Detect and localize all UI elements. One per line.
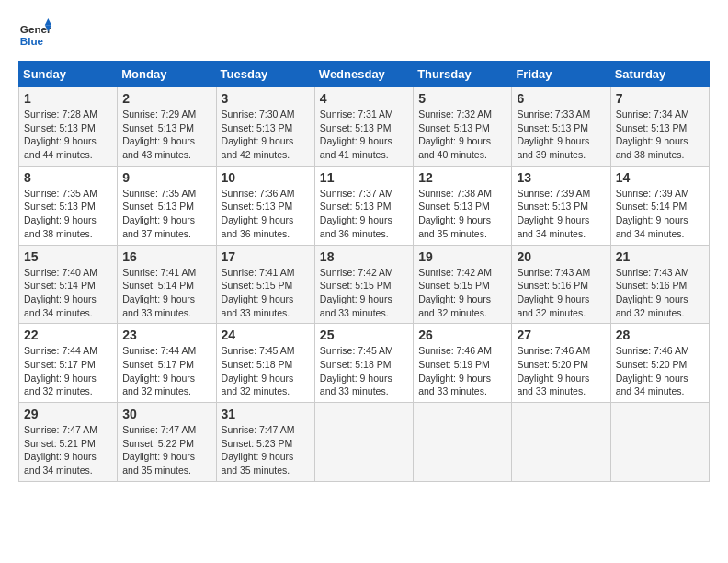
calendar-cell: 25 Sunrise: 7:45 AM Sunset: 5:18 PM Dayl…: [314, 324, 413, 403]
day-detail: Sunrise: 7:43 AM Sunset: 5:16 PM Dayligh…: [616, 266, 704, 320]
day-number: 12: [418, 170, 506, 185]
calendar-cell: 22 Sunrise: 7:44 AM Sunset: 5:17 PM Dayl…: [19, 324, 118, 403]
day-header-wednesday: Wednesday: [314, 62, 413, 87]
day-number: 17: [222, 249, 310, 264]
day-number: 11: [320, 170, 408, 185]
day-number: 7: [616, 91, 704, 106]
day-number: 9: [122, 170, 210, 185]
day-detail: Sunrise: 7:32 AM Sunset: 5:13 PM Dayligh…: [418, 108, 506, 162]
calendar-cell: [414, 403, 512, 482]
day-header-sunday: Sunday: [19, 62, 118, 87]
calendar-table: SundayMondayTuesdayWednesdayThursdayFrid…: [18, 61, 710, 482]
calendar-cell: 30 Sunrise: 7:47 AM Sunset: 5:22 PM Dayl…: [118, 403, 216, 482]
day-detail: Sunrise: 7:37 AM Sunset: 5:13 PM Dayligh…: [320, 187, 408, 241]
calendar-cell: 16 Sunrise: 7:41 AM Sunset: 5:14 PM Dayl…: [118, 245, 216, 324]
day-detail: Sunrise: 7:42 AM Sunset: 5:15 PM Dayligh…: [320, 266, 408, 320]
day-detail: Sunrise: 7:46 AM Sunset: 5:20 PM Dayligh…: [616, 344, 704, 398]
day-detail: Sunrise: 7:45 AM Sunset: 5:18 PM Dayligh…: [222, 344, 310, 398]
day-number: 24: [222, 327, 310, 342]
day-detail: Sunrise: 7:43 AM Sunset: 5:16 PM Dayligh…: [517, 266, 605, 320]
day-number: 6: [517, 91, 605, 106]
calendar-cell: 19 Sunrise: 7:42 AM Sunset: 5:15 PM Dayl…: [414, 245, 512, 324]
calendar-cell: 4 Sunrise: 7:31 AM Sunset: 5:13 PM Dayli…: [314, 87, 413, 167]
calendar-cell: 5 Sunrise: 7:32 AM Sunset: 5:13 PM Dayli…: [414, 87, 512, 167]
calendar-cell: [512, 403, 610, 482]
day-detail: Sunrise: 7:40 AM Sunset: 5:14 PM Dayligh…: [24, 266, 112, 320]
day-number: 22: [24, 327, 112, 342]
day-number: 20: [517, 249, 605, 264]
calendar-cell: 1 Sunrise: 7:28 AM Sunset: 5:13 PM Dayli…: [19, 87, 118, 167]
day-number: 5: [418, 91, 506, 106]
calendar-cell: 9 Sunrise: 7:35 AM Sunset: 5:13 PM Dayli…: [118, 166, 216, 245]
day-detail: Sunrise: 7:28 AM Sunset: 5:13 PM Dayligh…: [24, 108, 112, 162]
day-header-monday: Monday: [118, 62, 216, 87]
day-header-saturday: Saturday: [610, 62, 709, 87]
day-detail: Sunrise: 7:30 AM Sunset: 5:13 PM Dayligh…: [222, 108, 310, 162]
calendar-cell: 2 Sunrise: 7:29 AM Sunset: 5:13 PM Dayli…: [118, 87, 216, 167]
day-detail: Sunrise: 7:47 AM Sunset: 5:23 PM Dayligh…: [222, 423, 310, 477]
logo-icon: General Blue: [18, 18, 51, 52]
day-number: 25: [320, 327, 408, 342]
day-number: 15: [24, 249, 112, 264]
day-detail: Sunrise: 7:44 AM Sunset: 5:17 PM Dayligh…: [122, 344, 210, 398]
day-detail: Sunrise: 7:39 AM Sunset: 5:13 PM Dayligh…: [517, 187, 605, 241]
day-detail: Sunrise: 7:41 AM Sunset: 5:15 PM Dayligh…: [222, 266, 310, 320]
day-detail: Sunrise: 7:36 AM Sunset: 5:13 PM Dayligh…: [222, 187, 310, 241]
day-number: 19: [418, 249, 506, 264]
day-detail: Sunrise: 7:44 AM Sunset: 5:17 PM Dayligh…: [24, 344, 112, 398]
day-detail: Sunrise: 7:42 AM Sunset: 5:15 PM Dayligh…: [418, 266, 506, 320]
svg-marker-2: [45, 18, 51, 25]
day-number: 16: [122, 249, 210, 264]
day-number: 13: [517, 170, 605, 185]
svg-text:Blue: Blue: [20, 35, 44, 47]
day-detail: Sunrise: 7:41 AM Sunset: 5:14 PM Dayligh…: [122, 266, 210, 320]
day-number: 2: [122, 91, 210, 106]
calendar-cell: 24 Sunrise: 7:45 AM Sunset: 5:18 PM Dayl…: [216, 324, 314, 403]
logo: General Blue: [18, 18, 55, 52]
calendar-cell: 29 Sunrise: 7:47 AM Sunset: 5:21 PM Dayl…: [19, 403, 118, 482]
calendar-cell: 6 Sunrise: 7:33 AM Sunset: 5:13 PM Dayli…: [512, 87, 610, 167]
day-detail: Sunrise: 7:34 AM Sunset: 5:13 PM Dayligh…: [616, 108, 704, 162]
day-number: 23: [122, 327, 210, 342]
calendar-cell: [314, 403, 413, 482]
day-number: 21: [616, 249, 704, 264]
day-header-tuesday: Tuesday: [216, 62, 314, 87]
calendar-cell: 14 Sunrise: 7:39 AM Sunset: 5:14 PM Dayl…: [610, 166, 709, 245]
calendar-cell: 13 Sunrise: 7:39 AM Sunset: 5:13 PM Dayl…: [512, 166, 610, 245]
day-number: 1: [24, 91, 112, 106]
calendar-cell: 26 Sunrise: 7:46 AM Sunset: 5:19 PM Dayl…: [414, 324, 512, 403]
day-number: 26: [418, 327, 506, 342]
day-detail: Sunrise: 7:47 AM Sunset: 5:21 PM Dayligh…: [24, 423, 112, 477]
day-detail: Sunrise: 7:46 AM Sunset: 5:20 PM Dayligh…: [517, 344, 605, 398]
calendar-cell: 31 Sunrise: 7:47 AM Sunset: 5:23 PM Dayl…: [216, 403, 314, 482]
calendar-cell: 15 Sunrise: 7:40 AM Sunset: 5:14 PM Dayl…: [19, 245, 118, 324]
day-detail: Sunrise: 7:47 AM Sunset: 5:22 PM Dayligh…: [122, 423, 210, 477]
day-number: 28: [616, 327, 704, 342]
day-detail: Sunrise: 7:29 AM Sunset: 5:13 PM Dayligh…: [122, 108, 210, 162]
calendar-cell: [610, 403, 709, 482]
day-number: 14: [616, 170, 704, 185]
day-detail: Sunrise: 7:31 AM Sunset: 5:13 PM Dayligh…: [320, 108, 408, 162]
day-detail: Sunrise: 7:35 AM Sunset: 5:13 PM Dayligh…: [122, 187, 210, 241]
day-number: 27: [517, 327, 605, 342]
calendar-cell: 27 Sunrise: 7:46 AM Sunset: 5:20 PM Dayl…: [512, 324, 610, 403]
day-number: 8: [24, 170, 112, 185]
day-detail: Sunrise: 7:45 AM Sunset: 5:18 PM Dayligh…: [320, 344, 408, 398]
day-number: 18: [320, 249, 408, 264]
day-detail: Sunrise: 7:35 AM Sunset: 5:13 PM Dayligh…: [24, 187, 112, 241]
calendar-cell: 23 Sunrise: 7:44 AM Sunset: 5:17 PM Dayl…: [118, 324, 216, 403]
day-detail: Sunrise: 7:33 AM Sunset: 5:13 PM Dayligh…: [517, 108, 605, 162]
calendar-cell: 18 Sunrise: 7:42 AM Sunset: 5:15 PM Dayl…: [314, 245, 413, 324]
day-header-friday: Friday: [512, 62, 610, 87]
calendar-cell: 12 Sunrise: 7:38 AM Sunset: 5:13 PM Dayl…: [414, 166, 512, 245]
calendar-cell: 20 Sunrise: 7:43 AM Sunset: 5:16 PM Dayl…: [512, 245, 610, 324]
calendar-cell: 8 Sunrise: 7:35 AM Sunset: 5:13 PM Dayli…: [19, 166, 118, 245]
day-number: 29: [24, 407, 112, 421]
day-number: 4: [320, 91, 408, 106]
day-detail: Sunrise: 7:38 AM Sunset: 5:13 PM Dayligh…: [418, 187, 506, 241]
day-number: 3: [222, 91, 310, 106]
page-header: General Blue: [18, 18, 710, 52]
calendar-cell: 7 Sunrise: 7:34 AM Sunset: 5:13 PM Dayli…: [610, 87, 709, 167]
calendar-cell: 10 Sunrise: 7:36 AM Sunset: 5:13 PM Dayl…: [216, 166, 314, 245]
calendar-cell: 21 Sunrise: 7:43 AM Sunset: 5:16 PM Dayl…: [610, 245, 709, 324]
